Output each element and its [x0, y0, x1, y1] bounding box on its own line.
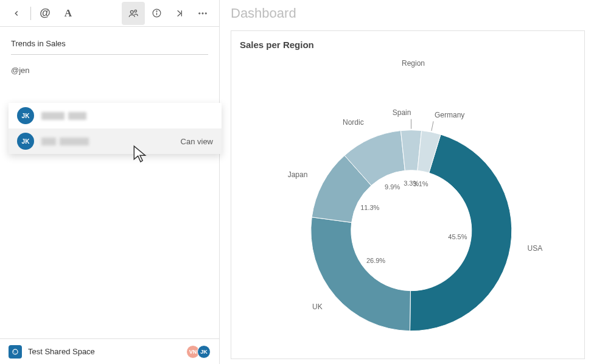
svg-text:Germany: Germany [435, 111, 464, 119]
svg-point-1 [135, 10, 137, 12]
skip-end-button[interactable] [168, 2, 191, 25]
svg-line-23 [432, 121, 433, 131]
notes-toolbar: @ A [0, 0, 219, 27]
space-icon [9, 345, 22, 359]
mention-suggestions: JK JK Can view [9, 103, 222, 154]
footer-avatars: VN JK [189, 345, 211, 359]
mention-button[interactable]: @ [33, 2, 57, 25]
space-footer: Test Shared Space VN JK [0, 338, 219, 364]
chart-card[interactable]: Sales per Region Region 45.5%USA26.9%UK1… [231, 30, 585, 359]
page-title: Dashboard [231, 5, 296, 21]
donut-chart: 45.5%USA26.9%UK11.3%Japan9.9%Nordic3.3%S… [231, 68, 584, 359]
legend-title: Region [402, 59, 425, 68]
svg-point-4 [156, 11, 156, 12]
suggestion-name-redacted [41, 112, 213, 120]
dashboard-panel: Dashboard Sales per Region Region 45.5%U… [220, 0, 591, 364]
space-name[interactable]: Test Shared Space [28, 347, 183, 356]
notes-panel: @ A [0, 0, 220, 364]
back-button[interactable] [5, 2, 28, 25]
divider [30, 7, 31, 20]
mention-input[interactable]: @jen [11, 66, 208, 75]
chart-title: Sales per Region [240, 40, 576, 50]
suggestion-item[interactable]: JK Can view [9, 128, 222, 154]
svg-point-0 [130, 10, 133, 13]
svg-text:9.9%: 9.9% [385, 183, 400, 191]
suggestion-item[interactable]: JK [9, 103, 222, 128]
svg-text:11.3%: 11.3% [360, 204, 379, 211]
svg-text:Japan: Japan [288, 170, 308, 179]
svg-text:Spain: Spain [393, 108, 411, 117]
svg-text:UK: UK [312, 303, 323, 311]
more-button[interactable] [191, 2, 214, 25]
svg-text:USA: USA [527, 244, 542, 253]
svg-point-6 [199, 12, 200, 13]
svg-text:3.1%: 3.1% [413, 180, 428, 187]
share-button[interactable] [122, 2, 145, 25]
note-title: Trends in Sales [11, 39, 208, 55]
svg-text:45.5%: 45.5% [448, 233, 467, 240]
svg-text:Nordic: Nordic [343, 118, 364, 127]
svg-point-7 [202, 12, 203, 13]
text-format-button[interactable]: A [57, 2, 80, 25]
avatar: JK [17, 133, 34, 150]
permission-label: Can view [181, 137, 213, 146]
info-button[interactable] [145, 2, 168, 25]
avatar: JK [17, 107, 34, 124]
svg-text:26.9%: 26.9% [366, 257, 385, 264]
suggestion-name-redacted [41, 138, 173, 145]
avatar[interactable]: JK [197, 345, 211, 359]
svg-point-8 [205, 12, 206, 13]
